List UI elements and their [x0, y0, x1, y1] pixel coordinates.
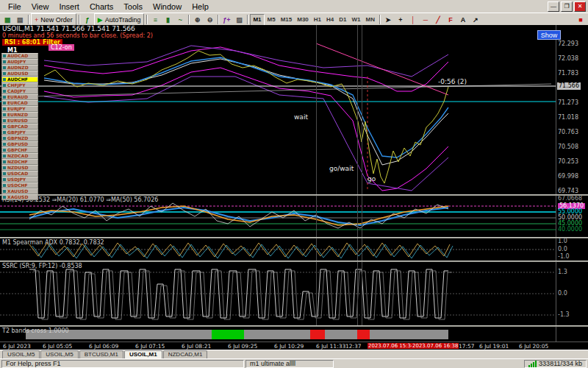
pane-divider[interactable] — [0, 237, 588, 238]
symbol-button-gbpjpy[interactable]: GBPJPY — [1, 130, 38, 135]
timeframe-m15-button[interactable]: M15 — [279, 15, 295, 25]
chart-area[interactable]: USOIL,M1 71.541 71.566 71.541 71.566 0 m… — [0, 25, 556, 342]
show-button[interactable]: Show — [537, 30, 561, 40]
symbol-button-eurusd[interactable]: EURUSD — [1, 118, 38, 124]
symbol-button-gbpchf[interactable]: GBPCHF — [1, 147, 38, 153]
indicators-icon[interactable]: ƒ+ — [220, 14, 232, 25]
crosshair-icon[interactable]: + — [395, 14, 406, 25]
timeframe-h1-button[interactable]: H1 — [312, 15, 323, 25]
menu-help[interactable]: Help — [187, 1, 214, 12]
zoom-in-icon-glyph-icon: ⊕ — [195, 16, 201, 24]
pane-divider[interactable] — [0, 194, 588, 196]
close-button[interactable]: ✕ — [574, 1, 586, 12]
menu-tools[interactable]: Tools — [118, 1, 148, 12]
cursor-icon[interactable]: ➤ — [382, 14, 394, 25]
text-label-icon[interactable]: A — [457, 14, 469, 25]
symbol-label: GBPCHF — [7, 148, 27, 152]
symbol-button-audcad[interactable]: AUDCAD — [1, 53, 38, 59]
menu-view[interactable]: View — [26, 1, 54, 12]
symbol-button-xagusd[interactable]: XAGUSD — [1, 194, 38, 200]
bars-chart-icon[interactable]: ≡ — [149, 14, 161, 25]
symbol-button-gbpnzd[interactable]: GBPNZD — [1, 135, 38, 141]
symbol-label: XAGUSD — [7, 195, 28, 199]
symbol-button-eurnzd[interactable]: EURNZD — [1, 112, 38, 118]
expert-advisors-icon[interactable]: ƒ — [82, 14, 93, 25]
chart-title: USOIL,M1 71.541 71.566 71.541 71.566 — [2, 25, 135, 32]
symbol-button-eurcad[interactable]: EURCAD — [1, 100, 38, 106]
restore-button[interactable]: ❐ — [561, 1, 573, 12]
line-chart-icon[interactable]: ~ — [174, 14, 186, 25]
symbol-button-eurjpy[interactable]: EURJPY — [1, 106, 38, 112]
menu-charts[interactable]: Charts — [85, 1, 118, 12]
timeframe-m1-button[interactable]: M1 — [250, 14, 264, 26]
fibonacci-icon-glyph-icon: F — [448, 16, 453, 24]
zoom-out-icon[interactable]: ⊖ — [204, 14, 215, 25]
vertical-line-icon[interactable]: │ — [407, 14, 419, 25]
symbol-indicator-square — [3, 155, 6, 158]
templates-icon[interactable]: ▨ — [233, 14, 245, 25]
vertical-line-object[interactable] — [357, 25, 358, 325]
symbol-button-chfjpy[interactable]: CHFJPY — [1, 82, 38, 88]
symbol-button-audnzd[interactable]: AUDNZD — [1, 65, 38, 71]
vertical-line-object[interactable] — [362, 25, 362, 325]
symbol-button-gbpusd[interactable]: GBPUSD — [1, 141, 38, 147]
candlestick-chart-icon[interactable]: ▮ — [162, 14, 173, 25]
price-axis[interactable]: 72.29372.03871.78371.52871.27371.01870.7… — [556, 25, 588, 342]
fibonacci-icon[interactable]: F — [445, 14, 456, 25]
zoom-in-icon[interactable]: ⊕ — [191, 14, 203, 25]
price-axis-label: 72.038 — [558, 56, 578, 62]
price-axis-label: 69.998 — [558, 174, 578, 180]
symbol-button-euraud[interactable]: EURAUD — [1, 94, 38, 100]
menu-insert[interactable]: Insert — [54, 1, 85, 12]
symbol-button-audusd[interactable]: AUDUSD — [1, 71, 38, 77]
symbol-label: EURAUD — [7, 95, 28, 99]
menu-window[interactable]: Window — [148, 1, 187, 12]
symbol-button-usdjpy[interactable]: USDJPY — [1, 177, 38, 183]
chart-tab-usoil-m5[interactable]: USOIL,M5 — [2, 350, 40, 358]
horizontal-line-icon-glyph-icon: ─ — [423, 16, 428, 24]
vertical-line-object[interactable] — [316, 25, 317, 325]
new-chart-icon-glyph-icon: ▦ — [4, 16, 11, 24]
time-axis[interactable]: 6 Jul 20236 Jul 05:056 Jul 06:096 Jul 07… — [0, 342, 588, 350]
time-axis-label: 6 Jul 07:15 — [135, 343, 165, 350]
timeframe-m5-button[interactable]: M5 — [265, 15, 278, 25]
arrows-icon[interactable]: ↗ — [470, 14, 481, 25]
chart-tab-usoil-m1[interactable]: USOIL,M1 — [124, 350, 162, 358]
autotrading-button[interactable]: ▶AutoTrading — [94, 13, 145, 26]
stop-icon[interactable]: ■ — [575, 14, 587, 25]
new-order-button-label: New Order — [40, 16, 73, 24]
line-chart-icon-glyph-icon: ~ — [179, 16, 182, 24]
timeframe-m30-button[interactable]: M30 — [295, 15, 311, 25]
timeframe-mn-button[interactable]: MN — [363, 15, 376, 25]
symbol-label: USDCAD — [7, 171, 28, 176]
stop-icon-glyph-icon: ■ — [578, 16, 582, 24]
timeframe-w1-button[interactable]: W1 — [349, 15, 362, 25]
pane-divider[interactable] — [0, 325, 588, 327]
symbol-label: GBPNZD — [7, 136, 28, 141]
symbol-button-nzdchf[interactable]: NZDCHF — [1, 159, 38, 165]
chart-tab-btcusd-m1[interactable]: BTCUSD,M1 — [79, 350, 123, 358]
chart-profiles-icon[interactable]: ▤ — [14, 14, 26, 25]
menu-file[interactable]: File — [3, 1, 26, 12]
price-axis-label: 71.783 — [558, 71, 578, 77]
symbol-button-nzdcad[interactable]: NZDCAD — [1, 153, 38, 159]
symbol-button-usdcad[interactable]: USDCAD — [1, 171, 38, 177]
chart-tab-usoil-m5[interactable]: USOIL,M5 — [40, 350, 78, 358]
new-chart-icon[interactable]: ▦ — [1, 14, 13, 25]
new-order-button[interactable]: +New Order — [31, 13, 76, 26]
minimize-button[interactable]: — — [548, 1, 559, 12]
symbol-button-audjpy[interactable]: AUDJPY — [1, 59, 38, 65]
symbol-button-xauusd[interactable]: XAUUSD — [1, 188, 38, 194]
chart-tab-nzdcad-m1[interactable]: NZDCAD,M1 — [163, 350, 208, 358]
symbol-button-gbpcad[interactable]: GBPCAD — [1, 124, 38, 130]
symbol-button-cadjpy[interactable]: CADJPY — [1, 88, 38, 94]
symbol-button-usdchf[interactable]: USDCHF — [1, 183, 38, 188]
timeframe-h4-button[interactable]: H4 — [324, 15, 336, 25]
symbol-indicator-square — [3, 84, 6, 87]
trendline-icon[interactable]: ╱ — [432, 14, 444, 25]
pane-divider[interactable] — [0, 261, 588, 262]
horizontal-line-icon[interactable]: ─ — [420, 14, 431, 25]
symbol-button-audchf[interactable]: AUDCHF — [1, 77, 38, 82]
timeframe-d1-button[interactable]: D1 — [337, 15, 348, 25]
symbol-button-nzdusd[interactable]: NZDUSD — [1, 165, 38, 171]
